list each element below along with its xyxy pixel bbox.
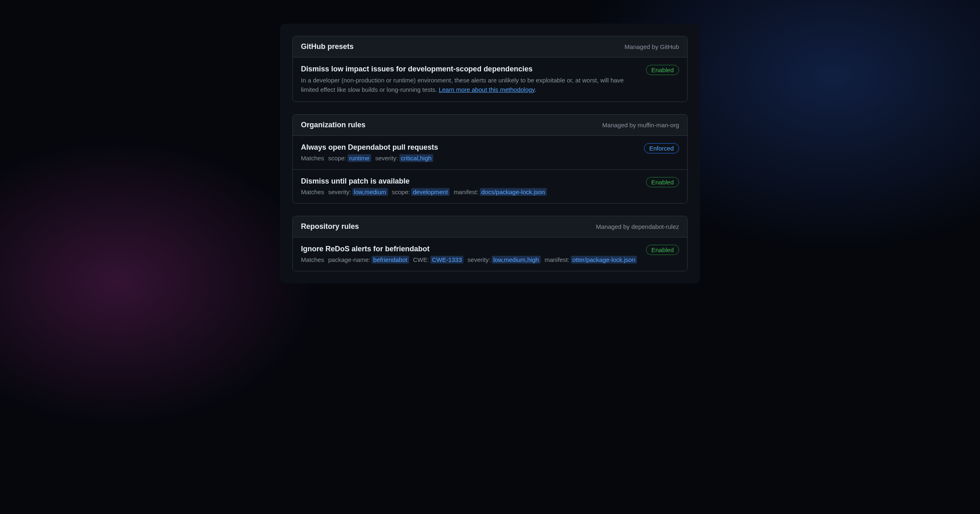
match-group: scope: runtime [328, 154, 371, 162]
section-header: Repository rules Managed by dependabot-r… [293, 216, 687, 237]
match-group: severity: low,medium,high [468, 256, 541, 264]
rule-row[interactable]: Dismiss low impact issues for developmen… [293, 58, 687, 102]
match-chip: development [411, 188, 450, 196]
status-badge: Enabled [646, 65, 679, 75]
match-group: manifest: docs/package-lock.json [454, 188, 547, 196]
rule-content: Dismiss low impact issues for developmen… [301, 65, 638, 94]
matches-label: Matches [301, 256, 324, 263]
match-group: severity: low,medium [328, 188, 388, 196]
rule-title: Dismiss until patch is available [301, 177, 638, 186]
section-repository-rules: Repository rules Managed by dependabot-r… [292, 216, 688, 271]
match-chip: low,medium [352, 188, 388, 196]
matches-label: Matches [301, 155, 324, 162]
section-header: Organization rules Managed by muffin-man… [293, 115, 687, 136]
status-badge: Enabled [646, 177, 679, 187]
match-chip: docs/package-lock.json [480, 188, 547, 196]
matches-line: Matches package-name: befriendabot CWE: … [301, 256, 638, 264]
match-chip: runtime [347, 154, 371, 162]
rule-description: In a developer (non-production or runtim… [301, 76, 638, 94]
matches-line: Matches scope: runtime severity: critica… [301, 154, 636, 162]
matches-label: Matches [301, 188, 324, 195]
managed-by: Managed by muffin-man-org [602, 122, 679, 128]
status-badge: Enforced [644, 143, 679, 153]
rules-panel: GitHub presets Managed by GitHub Dismiss… [280, 24, 700, 284]
managed-by: Managed by GitHub [625, 43, 679, 50]
rule-content: Dismiss until patch is available Matches… [301, 177, 638, 196]
match-group: severity: critical,high [375, 154, 433, 162]
match-group: scope: development [392, 188, 450, 196]
rule-title: Dismiss low impact issues for developmen… [301, 65, 638, 73]
rule-row[interactable]: Ignore ReDoS alerts for befriendabot Mat… [293, 237, 687, 271]
match-group: package-name: befriendabot [328, 256, 409, 264]
section-organization-rules: Organization rules Managed by muffin-man… [292, 114, 688, 204]
matches-line: Matches severity: low,medium scope: deve… [301, 188, 638, 196]
match-group: manifest: otter/package-lock.json [545, 256, 637, 264]
section-title: GitHub presets [301, 42, 354, 51]
rule-row[interactable]: Dismiss until patch is available Matches… [293, 169, 687, 203]
match-chip: otter/package-lock.json [571, 256, 637, 264]
rule-content: Always open Dependabot pull requests Mat… [301, 143, 636, 162]
match-chip: CWE-1333 [430, 256, 463, 264]
section-header: GitHub presets Managed by GitHub [293, 36, 687, 58]
section-github-presets: GitHub presets Managed by GitHub Dismiss… [292, 36, 688, 102]
match-chip: befriendabot [372, 256, 409, 264]
rule-title: Ignore ReDoS alerts for befriendabot [301, 245, 638, 253]
match-group: CWE: CWE-1333 [413, 256, 464, 264]
match-chip: critical,high [399, 154, 433, 162]
rule-row[interactable]: Always open Dependabot pull requests Mat… [293, 136, 687, 169]
section-title: Repository rules [301, 222, 359, 231]
status-badge: Enabled [646, 245, 679, 255]
managed-by: Managed by dependabot-rulez [596, 223, 679, 230]
section-title: Organization rules [301, 121, 365, 129]
learn-more-link[interactable]: Learn more about this methodology [439, 86, 535, 93]
rule-content: Ignore ReDoS alerts for befriendabot Mat… [301, 245, 638, 264]
rule-title: Always open Dependabot pull requests [301, 143, 636, 152]
match-chip: low,medium,high [492, 256, 541, 264]
